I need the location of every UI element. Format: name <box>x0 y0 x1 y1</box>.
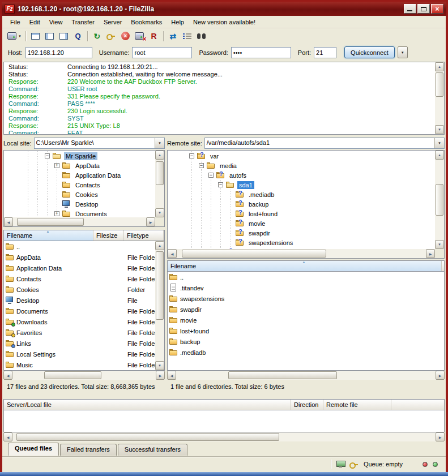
remote-tree-item-autofs[interactable]: −?autofs <box>187 170 435 180</box>
column-header-server-local-file[interactable]: Server/Local file <box>4 400 291 410</box>
local-tree-item-application-data[interactable]: Application Data <box>23 170 155 180</box>
scroll-thumb[interactable] <box>44 371 101 379</box>
local-file-row-appdata[interactable]: AppDataFile Folder <box>4 252 155 263</box>
scroll-track[interactable] <box>155 160 164 208</box>
scroll-left-button[interactable]: ◀ <box>4 217 13 226</box>
menu-item-file[interactable]: File <box>6 16 25 28</box>
expand-icon[interactable]: + <box>54 211 59 216</box>
column-header-filesize[interactable]: Filesize <box>93 230 124 241</box>
queue-horizontal-scrollbar[interactable]: ◀▶ <box>3 432 445 441</box>
tab-queued-files[interactable]: Queued files <box>8 443 59 456</box>
scroll-track[interactable] <box>435 71 444 125</box>
menu-item-view[interactable]: View <box>45 16 67 28</box>
remote-tree-item-var[interactable]: −?var <box>187 151 435 161</box>
expand-icon[interactable]: + <box>54 163 59 168</box>
remote-tree-item-backup[interactable]: ?backup <box>187 199 435 209</box>
local-file-row-favorites[interactable]: FavoritesFile Folder <box>4 327 155 338</box>
column-header-filename[interactable]: Filename▲ <box>168 261 442 271</box>
scroll-up-button[interactable]: ▲ <box>155 241 164 250</box>
remote-tree-vertical-scrollbar[interactable]: ▲▼ <box>435 151 444 249</box>
local-file-row-desktop[interactable]: DesktopFile <box>4 295 155 306</box>
scroll-thumb[interactable] <box>17 218 84 226</box>
local-file-row-documents[interactable]: DocumentsFile Folder <box>4 306 155 316</box>
port-input[interactable] <box>314 47 336 58</box>
username-input[interactable] <box>132 47 192 58</box>
scroll-track[interactable] <box>176 371 436 380</box>
scroll-thumb[interactable] <box>16 433 279 441</box>
column-header-direction[interactable]: Direction <box>291 400 323 410</box>
scroll-track[interactable] <box>435 160 444 240</box>
remote-tree-item-swapextensions[interactable]: ?swapextensions <box>187 238 435 247</box>
remote-tree-item-movie[interactable]: ?movie <box>187 218 435 228</box>
local-file-row-local-settings[interactable]: Local SettingsFile Folder <box>4 349 155 359</box>
cancel-operation-icon[interactable]: × <box>118 29 133 42</box>
scroll-track[interactable] <box>12 432 436 441</box>
tab-failed-transfers[interactable]: Failed transfers <box>60 444 117 456</box>
scroll-track[interactable] <box>177 249 426 258</box>
local-list-vertical-scrollbar[interactable]: ▲▼ <box>155 241 164 370</box>
scroll-thumb[interactable] <box>436 72 443 97</box>
directory-comparison-icon[interactable] <box>180 29 194 42</box>
tab-successful-transfers[interactable]: Successful transfers <box>118 444 187 456</box>
scroll-thumb[interactable] <box>156 251 164 320</box>
local-tree-item-appdata[interactable]: +AppData <box>23 161 155 170</box>
process-queue-icon[interactable] <box>104 29 118 42</box>
column-header-remote-file[interactable]: Remote file <box>323 400 391 410</box>
find-files-icon[interactable] <box>194 29 208 42</box>
local-file-row-application-data[interactable]: Application DataFile Folder <box>4 263 155 273</box>
toggle-remote-tree-icon[interactable] <box>57 29 71 42</box>
toggle-queue-view-icon[interactable]: Q <box>71 29 85 42</box>
local-file-row-downloads[interactable]: DownloadsFile Folder <box>4 316 155 327</box>
remote-file-row-lost-found[interactable]: lost+found <box>168 325 444 336</box>
toggle-log-view-icon[interactable] <box>28 29 42 42</box>
menu-item-edit[interactable]: Edit <box>25 16 45 28</box>
local-list-horizontal-scrollbar[interactable]: ◀▶ <box>3 371 165 380</box>
collapse-icon[interactable]: − <box>199 163 204 168</box>
collapse-icon[interactable]: − <box>208 173 214 178</box>
scroll-thumb[interactable] <box>228 371 337 379</box>
local-tree-horizontal-scrollbar[interactable]: ◀▶ <box>4 217 155 226</box>
minimize-button[interactable] <box>404 4 416 14</box>
reconnect-icon[interactable]: R <box>147 29 161 42</box>
disconnect-icon[interactable]: × <box>133 29 147 42</box>
scroll-right-button[interactable]: ▶ <box>156 371 165 380</box>
remote-tree-item-lost-found[interactable]: ?lost+found <box>187 209 435 218</box>
scroll-thumb[interactable] <box>436 184 443 216</box>
scroll-down-button[interactable]: ▼ <box>155 208 164 217</box>
menu-item-transfer[interactable]: Transfer <box>67 16 99 28</box>
column-header-filetype[interactable]: Filetype <box>124 230 164 241</box>
maximize-button[interactable] <box>417 4 430 14</box>
scroll-thumb[interactable] <box>182 250 326 258</box>
column-header-filename[interactable]: Filename▲ <box>4 230 93 241</box>
local-tree-vertical-scrollbar[interactable]: ▲▼ <box>155 151 164 217</box>
chevron-down-icon[interactable]: ▼ <box>155 138 164 148</box>
local-file-row-music[interactable]: MusicFile Folder <box>4 359 155 370</box>
remote-tree-item-swapdir[interactable]: ?swapdir <box>187 228 435 238</box>
local-tree-item-desktop[interactable]: Desktop <box>23 199 155 209</box>
remote-file-row-mediadb[interactable]: .mediadb <box>168 347 444 358</box>
scroll-left-button[interactable]: ◀ <box>167 371 176 380</box>
quickconnect-button[interactable]: Quickconnect <box>344 46 395 58</box>
local-tree-item-documents[interactable]: +Documents <box>23 209 155 217</box>
scroll-left-button[interactable]: ◀ <box>3 432 12 441</box>
remote-tree-item-sda1[interactable]: −sda1 <box>187 180 435 190</box>
local-file-row-contacts[interactable]: ContactsFile Folder <box>4 273 155 284</box>
synchronized-browsing-icon[interactable]: ⇄ <box>166 29 180 42</box>
menu-item-server[interactable]: Server <box>99 16 126 28</box>
menu-item-new-version-available[interactable]: New version available! <box>189 16 260 28</box>
close-button[interactable]: × <box>431 4 443 14</box>
scroll-right-button[interactable]: ▶ <box>436 371 445 380</box>
remote-tree-item-media[interactable]: −media <box>187 161 435 170</box>
remote-file-row-backup[interactable]: backup <box>168 336 444 347</box>
scroll-right-button[interactable]: ▶ <box>146 217 155 226</box>
menu-item-help[interactable]: Help <box>167 16 189 28</box>
host-input[interactable] <box>25 47 92 58</box>
local-tree-item-cookies[interactable]: Cookies <box>23 190 155 199</box>
local-tree-item-contacts[interactable]: Contacts <box>23 180 155 190</box>
local-site-combo[interactable]: C:\Users\Mr Sparkle\ ▼ <box>34 138 165 149</box>
collapse-icon[interactable]: − <box>189 153 194 158</box>
toggle-local-tree-icon[interactable] <box>42 29 57 42</box>
local-file-row-updir[interactable]: .. <box>4 241 155 252</box>
password-input[interactable] <box>231 47 291 58</box>
chevron-down-icon[interactable]: ▼ <box>434 138 444 148</box>
